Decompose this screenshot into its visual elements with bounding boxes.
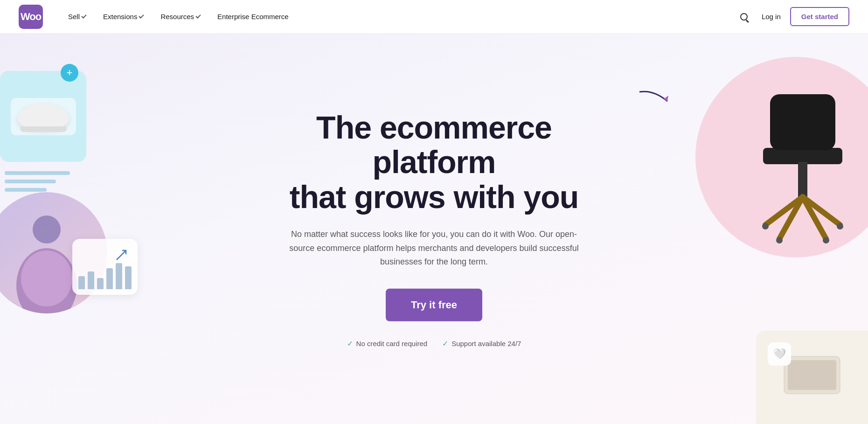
speech-arc-icon	[635, 87, 672, 125]
search-icon	[740, 13, 748, 21]
svg-line-3	[117, 250, 126, 260]
nav-right: Log in Get started	[736, 7, 849, 26]
nav-item-resources[interactable]: Resources	[154, 9, 207, 24]
svg-rect-18	[788, 360, 836, 390]
nav-item-sell[interactable]: Sell	[62, 9, 93, 24]
hero-section: +	[0, 34, 868, 424]
hero-headline: The ecommerce platform that grows with y…	[252, 110, 616, 214]
chevron-down-icon	[81, 13, 86, 18]
try-free-button[interactable]: Try it free	[386, 289, 482, 321]
login-link[interactable]: Log in	[762, 13, 781, 21]
hero-badges: ✓ No credit card required ✓ Support avai…	[252, 339, 616, 348]
nav-item-enterprise[interactable]: Enterprise Ecommerce	[211, 9, 295, 24]
nav-item-extensions[interactable]: Extensions	[97, 9, 150, 24]
logo-text: Woo	[21, 11, 41, 23]
nav-enterprise-label: Enterprise Ecommerce	[217, 13, 289, 21]
chart-bar-2	[88, 271, 94, 290]
nav-resources-label: Resources	[160, 13, 194, 21]
svg-point-14	[837, 223, 843, 229]
badge-label-2: Support available 24/7	[451, 340, 521, 348]
hero-subtext: No matter what success looks like for yo…	[285, 228, 583, 269]
shoe-shape	[18, 104, 69, 129]
svg-point-2	[21, 250, 72, 306]
nav-extensions-label: Extensions	[103, 13, 137, 21]
plus-badge: +	[61, 64, 78, 82]
svg-point-0	[33, 215, 61, 243]
nav-links: Sell Extensions Resources Enterprise Eco…	[62, 9, 736, 24]
badge-label-1: No credit card required	[356, 340, 428, 348]
hero-content: The ecommerce platform that grows with y…	[252, 110, 616, 348]
chevron-down-icon	[195, 13, 201, 18]
chair-icon	[756, 80, 849, 257]
heart-badge: 🤍	[768, 342, 791, 366]
chair-decoration	[737, 62, 868, 276]
svg-point-16	[823, 237, 829, 243]
support-badge: ✓ Support available 24/7	[442, 339, 521, 348]
navbar: Woo Sell Extensions Resources Enterprise…	[0, 0, 868, 34]
nav-sell-label: Sell	[68, 13, 80, 21]
shoe-card-decoration	[0, 71, 86, 162]
card-line-2	[5, 180, 56, 183]
chart-bar-4	[106, 268, 113, 290]
chart-decoration	[72, 239, 138, 295]
chart-bar-1	[78, 276, 85, 289]
logo-box: Woo	[19, 5, 43, 29]
headline-line1: The ecommerce platform	[316, 109, 552, 180]
chart-arrow-icon	[114, 248, 128, 262]
chart-bar-6	[125, 266, 132, 289]
card-line-3	[5, 188, 47, 192]
svg-rect-8	[798, 162, 807, 199]
logo[interactable]: Woo	[19, 5, 43, 29]
chart-bar-3	[97, 278, 104, 290]
chart-bar-5	[116, 263, 122, 289]
laptop-card-decoration: 🤍	[756, 331, 868, 424]
chevron-down-icon	[139, 13, 144, 18]
shoe-inner	[11, 98, 76, 135]
headline-line2: that grows with you	[290, 179, 578, 215]
svg-rect-6	[763, 148, 842, 164]
search-button[interactable]	[736, 8, 752, 25]
svg-point-13	[762, 223, 769, 229]
speech-bubble-decoration	[635, 87, 672, 125]
card-line-1	[5, 171, 70, 175]
check-icon-1: ✓	[347, 339, 353, 348]
svg-point-15	[776, 237, 783, 243]
shoe-sole	[20, 126, 67, 132]
svg-rect-7	[770, 94, 835, 150]
no-credit-card-badge: ✓ No credit card required	[347, 339, 428, 348]
check-icon-2: ✓	[442, 339, 448, 348]
get-started-button[interactable]: Get started	[790, 7, 849, 26]
